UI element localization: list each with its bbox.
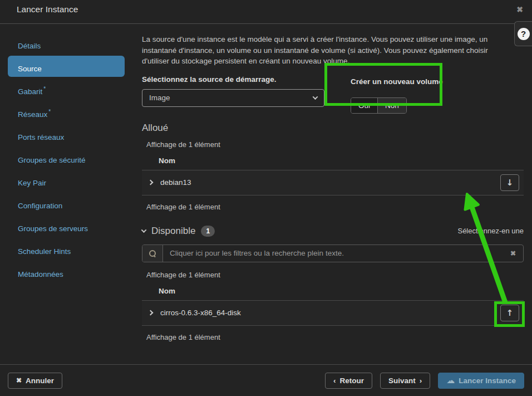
arrow-down-icon: ↓ [506,178,514,188]
search-input[interactable] [163,245,503,262]
available-search-bar: ✖ [142,245,524,262]
search-icon-box[interactable] [142,245,163,262]
available-column-name: Nom [159,287,524,295]
cancel-button[interactable]: ✖ Annuler [8,373,62,389]
sidebar-item-reseaux[interactable]: Réseaux* [8,101,125,123]
available-hint: Sélectionnez-en une [457,227,524,235]
sidebar-item-source[interactable]: Source [8,56,125,77]
sidebar-item-key-pair[interactable]: Key Pair [8,170,125,191]
modal-header: Lancer Instance ✖ [0,0,532,24]
search-icon [149,250,156,257]
available-row-name: cirros-0.6.3-x86_64-disk [160,309,241,317]
table-row-allocated: debian13 ↓ [142,170,524,195]
chevron-right-icon: › [420,377,422,385]
sidebar-item-details[interactable]: Détails [8,33,125,54]
available-count-badge: 1 [201,226,215,237]
sidebar-item-metadonnees[interactable]: Métadonnées [8,261,125,282]
modal-footer: ✖ Annuler ‹ Retour Suivant › ☁ ↑ Lancer … [0,364,532,396]
close-icon[interactable]: ✖ [516,4,523,14]
sidebar-item-ports-reseaux[interactable]: Ports réseaux [8,124,125,145]
boot-source-label: Sélectionnez la source de démarrage. [142,75,324,84]
move-down-button[interactable]: ↓ [500,174,519,191]
sidebar-item-configuration[interactable]: Configuration [8,193,125,214]
modal-title: Lancer Instance [17,4,78,14]
allocated-count-top: Affichage de 1 élément [146,140,524,149]
allocated-section-title: Alloué [142,123,524,134]
boot-source-select[interactable]: Image [142,89,324,107]
boot-source-selected-value: Image [149,94,170,102]
wizard-steps-sidebar: Détails Source Gabarit* Réseaux* Ports r… [0,24,134,349]
create-volume-no-button[interactable]: Non [377,98,406,113]
sidebar-item-groupes-serveurs[interactable]: Groupes de serveurs [8,216,125,237]
move-up-button[interactable]: ↑ [500,305,519,321]
chevron-right-icon[interactable] [148,180,154,185]
chevron-right-icon[interactable] [148,310,154,316]
launch-instance-button[interactable]: ☁ ↑ Lancer Instance [438,373,524,389]
table-row-available: cirros-0.6.3-x86_64-disk ↑ [142,300,524,326]
allocated-row-name: debian13 [160,178,191,187]
search-clear-icon[interactable]: ✖ [503,250,523,257]
allocated-count-bottom: Affichage de 1 élément [146,203,524,211]
sidebar-item-gabarit[interactable]: Gabarit* [8,79,125,100]
chevron-down-icon [141,227,147,233]
back-button[interactable]: ‹ Retour [325,373,372,389]
create-volume-yes-button[interactable]: Oui [351,98,377,113]
source-step-panel: La source d'une instance est le modèle q… [134,24,532,349]
chevron-down-icon [313,94,318,100]
chevron-left-icon: ‹ [333,377,336,385]
available-count-top: Affichage de 1 élément [146,271,524,279]
sidebar-item-scheduler-hints[interactable]: Scheduler Hints [8,238,125,260]
create-volume-toggle: Oui Non [351,97,407,114]
x-icon: ✖ [16,377,22,384]
allocated-column-name: Nom [159,157,524,165]
create-volume-label: Créer un nouveau volume [351,77,443,86]
sidebar-item-groupes-securite[interactable]: Groupes de sécurité [8,147,125,168]
source-description: La source d'une instance est le modèle q… [142,34,516,67]
available-count-bottom: Affichage de 1 élément [146,333,524,341]
cloud-upload-icon: ☁ ↑ [446,377,455,385]
arrow-up-icon: ↑ [506,308,514,318]
available-section-title[interactable]: Disponible 1 [142,226,215,237]
next-button[interactable]: Suivant › [380,373,430,389]
